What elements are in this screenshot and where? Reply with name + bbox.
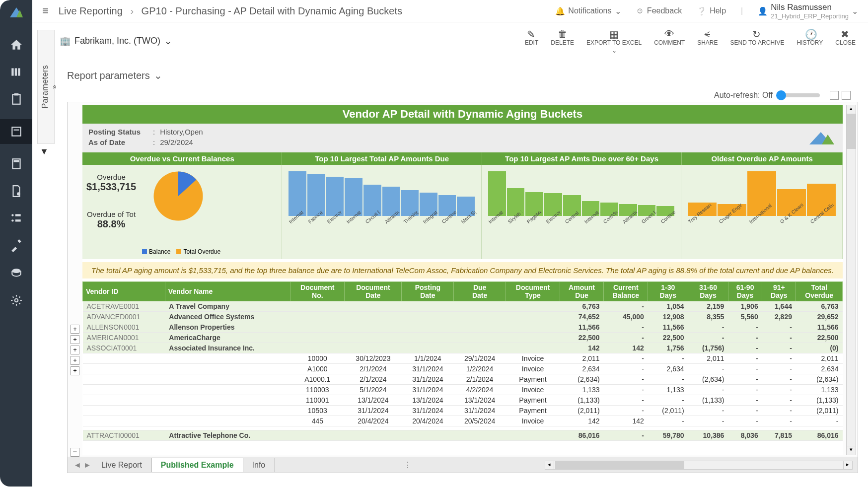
table-row: 1000030/12/20231/1/202429/1/2024Invoice … [83,353,843,364]
table-row: 11000113/1/202413/1/202413/1/2024Payment… [83,395,843,406]
autorefresh-toggle[interactable] [778,93,820,97]
sheet-tabs: ◄ ► Live Report Published Example Info ⋮… [68,457,858,473]
svg-point-14 [11,219,13,221]
hamburger-icon[interactable]: ≡ [42,4,49,17]
chart-header-4: Oldest Overdue AP Amounts [682,152,843,165]
delete-button[interactable]: 🗑DELETE [551,28,574,54]
report-icon[interactable] [0,119,32,144]
svg-rect-10 [13,160,19,162]
collapse-row-button[interactable]: − [71,448,79,457]
table-row[interactable]: ALLENSON0001Allenson Properties 11,566-1… [83,322,843,333]
parameters-label: Parameters [40,65,50,109]
breadcrumb-root[interactable]: Live Reporting [59,5,123,16]
auto-refresh-control: Auto-refresh: Off [714,91,851,100]
table-row[interactable]: AMERICAN0001AmericaCharge 22,500-22,500-… [83,333,843,343]
library-icon[interactable] [9,65,24,79]
company-selector[interactable]: 🏢 Fabrikam, Inc. (TWO) ⌄ [60,36,172,47]
tab-next-icon[interactable]: ► [82,461,92,470]
archive-icon: ↻ [752,28,762,38]
cloud-data-icon[interactable] [9,266,24,280]
report-parameters-toggle[interactable]: Report parameters ⌄ [67,70,162,81]
autorefresh-label: Auto-refresh: Off [714,91,773,100]
chart-header-1: Overdue vs Current Balances [82,152,282,165]
clipboard-icon[interactable] [9,92,24,107]
edit-button[interactable]: ✎EDIT [525,28,538,54]
workflow-icon[interactable] [9,211,24,226]
top-bar: ≡ Live Reporting › GP10 - Purchasing - A… [32,0,868,22]
expand-row-button[interactable]: + [71,356,79,365]
parameters-panel-tab[interactable]: Parameters » [37,30,55,144]
summary-text: The total AP aging amount is $1,533,715,… [82,262,843,279]
svg-rect-2 [11,68,13,75]
svg-point-12 [11,214,13,216]
building-icon: 🏢 [60,36,71,47]
filter-icon[interactable]: ▼ [40,146,49,157]
table-row[interactable]: ASSOCIAT0001Associated Insurance Inc. 14… [83,343,843,353]
tab-live-report[interactable]: Live Report [92,458,151,472]
tab-info[interactable]: Info [243,458,275,472]
user-icon: 👤 [758,6,768,16]
user-menu[interactable]: 👤 Nils Rasmussen 21_Hybrid_ERP_Reporting… [758,2,858,20]
posting-status-value: History,Open [160,128,203,136]
home-icon[interactable] [9,37,24,52]
pie-chart: Overdue $1,533,715 Overdue of Tot 88.8% … [82,165,282,259]
pencil-icon: ✎ [527,28,537,38]
report-logo-icon [807,130,837,147]
svg-point-17 [14,299,18,302]
table-row: 44520/4/202420/4/202420/5/2024Invoice 14… [83,416,843,426]
close-icon: ✖ [841,28,851,38]
calculator-icon[interactable] [9,156,24,171]
chevron-down-icon: ⌄ [154,70,162,81]
tools-icon[interactable] [9,238,24,253]
question-icon: ❔ [697,6,707,16]
vertical-scrollbar[interactable]: ▴▾ [846,105,856,455]
comment-button[interactable]: 👁COMMENT [654,28,685,54]
chevron-down-icon: ⌄ [615,6,621,16]
chevron-right-icon: › [130,5,134,16]
table-row[interactable]: ADVANCED0001Advanced Office Systems 74,6… [83,312,843,322]
tab-prev-icon[interactable]: ◄ [72,461,82,470]
svg-rect-15 [15,219,20,221]
help-button[interactable]: ❔Help [697,6,726,16]
smile-icon: ☺ [636,6,644,15]
user-role: 21_Hybrid_ERP_Reporting [771,12,849,20]
expand-row-button[interactable]: + [71,325,79,334]
chevron-down-icon: ⌄ [164,36,172,47]
grid-view-icon[interactable] [842,91,851,100]
close-button[interactable]: ✖CLOSE [835,28,856,54]
table-row[interactable]: ACETRAVE0001A Travel Company 6,763-1,054… [83,301,843,312]
report-viewer: + + + + + − Vendor AP Detail with Dynami… [67,102,858,473]
export-excel-button[interactable]: ▦EXPORT TO EXCEL⌄ [586,28,642,54]
table-row[interactable]: ATTRACTI00001Attractive Telephone Co. 86… [83,430,843,441]
notifications-button[interactable]: 🔔Notifications⌄ [555,6,621,16]
table-row: A10002/1/202431/1/20241/2/2024Invoice 2,… [83,364,843,374]
table-row: 1100035/1/202431/1/20244/2/2024Invoice 1… [83,385,843,395]
feedback-button[interactable]: ☺Feedback [636,6,682,15]
chevron-down-icon: ⌄ [612,47,617,54]
table-row: A1000.12/1/202431/1/20242/1/2024Payment … [83,374,843,385]
breadcrumb: Live Reporting › GP10 - Purchasing - AP … [59,5,556,17]
bell-icon: 🔔 [555,6,565,16]
archive-button[interactable]: ↻SEND TO ARCHIVE [730,28,784,54]
company-name: Fabrikam, Inc. (TWO) [74,36,160,46]
horizontal-scrollbar[interactable]: ◂▸ [545,461,853,470]
asof-date-label: As of Date [88,138,148,146]
tab-published-example[interactable]: Published Example [151,458,243,472]
expand-row-button[interactable]: + [71,366,79,375]
expand-row-button[interactable]: + [71,346,79,354]
posting-status-label: Posting Status [88,128,148,136]
expand-row-button[interactable]: + [71,335,79,344]
user-name: Nils Rasmussen [771,2,832,12]
user-file-icon[interactable] [9,184,24,199]
chart-header-3: Top 10 Largest AP Amts Due over 60+ Days [482,152,682,165]
svg-rect-8 [13,130,19,131]
gear-icon[interactable] [9,293,24,308]
share-icon: ⪪ [703,28,713,38]
history-button[interactable]: 🕐HISTORY [796,28,823,54]
popout-icon[interactable] [830,91,839,100]
ap-detail-table: Vendor IDVendor NameDocumentNo.DocumentD… [82,281,843,441]
chevron-down-icon: ⌄ [852,6,858,16]
share-button[interactable]: ⪪SHARE [697,28,718,54]
svg-rect-5 [12,94,20,104]
table-row: 1050331/1/202431/1/202431/1/2024Payment … [83,406,843,416]
